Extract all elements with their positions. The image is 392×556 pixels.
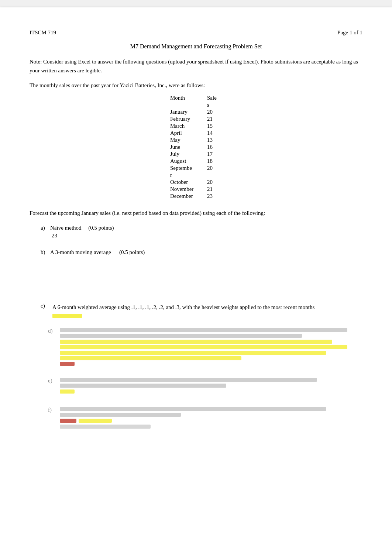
note-text: Note: Consider using Excel to answer the… [30, 57, 362, 75]
highlight-c [52, 314, 82, 318]
question-a-answer: 23 [50, 233, 362, 239]
sales-cell: 17 [207, 151, 222, 158]
table-row: February 21 [170, 116, 222, 123]
sales-cell: 20 [207, 109, 222, 116]
question-b-label: b) [41, 249, 50, 255]
sales-header: Sale [207, 95, 222, 102]
sales-cell [207, 172, 222, 179]
month-cell: August [170, 158, 207, 165]
question-b-text: A 3-month moving average [50, 249, 111, 255]
question-a-points: (0.5 points) [88, 225, 114, 231]
table-row: April 14 [170, 130, 222, 137]
forecast-intro: Forecast the upcoming January sales (i.e… [30, 209, 362, 217]
blurred-line [60, 334, 302, 338]
section-f-content [60, 407, 362, 429]
sales-cell: 21 [207, 186, 222, 193]
section-d-content [60, 328, 362, 366]
table-header-row: Month Sale [170, 95, 222, 102]
question-b-points: (0.5 points) [119, 249, 145, 255]
questions-section: a) Naïve method (0.5 points) 23 b) A 3-m… [30, 225, 362, 320]
blurred-sections: d) e) [30, 328, 362, 429]
section-e-content [60, 378, 362, 395]
month-cell: October [170, 179, 207, 186]
question-a-content: Naïve method (0.5 points) 23 [50, 225, 362, 239]
sales-cell: 14 [207, 130, 222, 137]
question-c-label: c) [41, 303, 50, 309]
blurred-line [60, 378, 317, 382]
question-b-content: A 3-month moving average (0.5 points) [50, 249, 362, 292]
redacted-d [60, 362, 75, 366]
table-sub-header-row: s [170, 102, 222, 109]
month-cell: December [170, 193, 207, 200]
intro-text: The monthly sales over the past year for… [30, 82, 362, 89]
month-cell: June [170, 144, 207, 151]
question-c: c) A 6-month weighted average using .1, … [41, 303, 362, 320]
blurred-line [60, 407, 326, 411]
page-number: Page 1 of 1 [337, 30, 362, 36]
sales-cell: 16 [207, 144, 222, 151]
month-cell: April [170, 130, 207, 137]
blurred-line [60, 425, 151, 429]
question-c-content: A 6-month weighted average using .1, .1,… [52, 303, 314, 320]
month-cell: March [170, 123, 207, 130]
sales-cell: 13 [207, 137, 222, 144]
sales-cell: 21 [207, 116, 222, 123]
table-row: July 17 [170, 151, 222, 158]
blurred-line [60, 328, 347, 332]
highlight-e [60, 389, 75, 394]
section-f-label: f) [48, 407, 57, 413]
page-header: ITSCM 719 Page 1 of 1 [30, 30, 362, 36]
question-b: b) A 3-month moving average (0.5 points) [41, 249, 362, 292]
month-cell: May [170, 137, 207, 144]
sales-cell: 23 [207, 193, 222, 200]
month-cell: January [170, 109, 207, 116]
section-e: e) [48, 378, 362, 395]
question-a: a) Naïve method (0.5 points) 23 [41, 225, 362, 239]
highlight-f [79, 419, 112, 423]
question-a-text: Naïve method [50, 225, 82, 231]
section-d: d) [48, 328, 362, 366]
sales-table-container: Month Sale s January 20 February 21 Marc… [30, 95, 362, 200]
table-row: r [170, 172, 222, 179]
table-row: October 20 [170, 179, 222, 186]
section-d-label: d) [48, 328, 57, 334]
blurred-line [60, 413, 181, 417]
question-c-text: A 6-month weighted average using .1, .1,… [52, 304, 314, 310]
highlight-d-1 [60, 340, 332, 344]
table-row: March 15 [170, 123, 222, 130]
document-title: M7 Demand Management and Forecasting Pro… [30, 43, 362, 50]
blurred-line [60, 384, 226, 388]
section-f: f) [48, 407, 362, 429]
question-a-label: a) [41, 225, 50, 231]
month-cell: November [170, 186, 207, 193]
table-row: January 20 [170, 109, 222, 116]
sales-cell: 20 [207, 179, 222, 186]
redacted-f [60, 419, 76, 423]
month-cell-r: r [170, 172, 207, 179]
highlight-d-4 [60, 356, 241, 360]
table-row: August 18 [170, 158, 222, 165]
sales-cell: 20 [207, 165, 222, 172]
table-row: June 16 [170, 144, 222, 151]
document-page: ITSCM 719 Page 1 of 1 M7 Demand Manageme… [0, 7, 392, 556]
table-row: November 21 [170, 186, 222, 193]
highlight-f-row [60, 419, 362, 423]
table-row: December 23 [170, 193, 222, 200]
section-e-label: e) [48, 378, 57, 384]
month-cell: Septembe [170, 165, 207, 172]
highlight-d-2 [60, 345, 347, 349]
sales-table: Month Sale s January 20 February 21 Marc… [170, 95, 222, 200]
month-sub [170, 102, 207, 109]
table-row: Septembe 20 [170, 165, 222, 172]
month-cell: February [170, 116, 207, 123]
sales-cell: 15 [207, 123, 222, 130]
course-code: ITSCM 719 [30, 30, 56, 36]
month-cell: July [170, 151, 207, 158]
month-header: Month [170, 95, 207, 102]
sales-cell: 18 [207, 158, 222, 165]
sales-sub: s [207, 102, 222, 109]
table-row: May 13 [170, 137, 222, 144]
highlight-d-3 [60, 351, 326, 355]
